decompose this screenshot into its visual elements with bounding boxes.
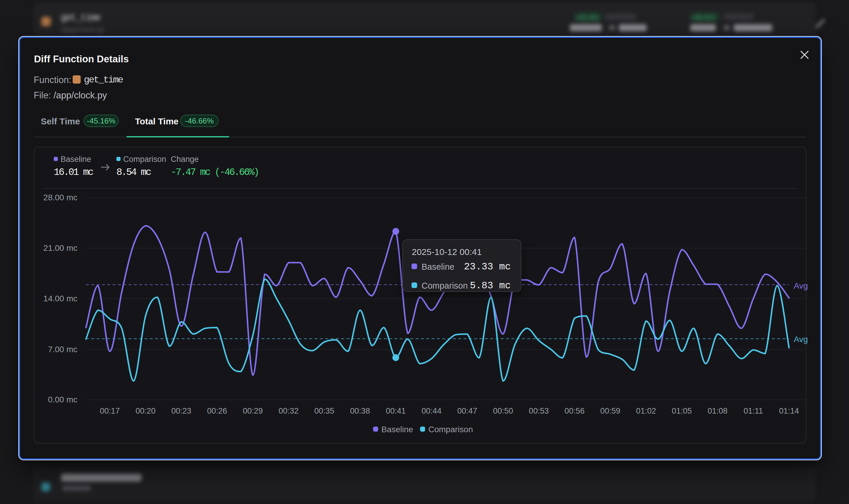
svg-text:00:26: 00:26 xyxy=(207,407,227,415)
svg-text:Avg: Avg xyxy=(794,335,808,344)
svg-text:00:29: 00:29 xyxy=(243,407,263,415)
svg-text:01:08: 01:08 xyxy=(707,407,727,415)
svg-text:00:53: 00:53 xyxy=(529,407,549,415)
svg-text:00:59: 00:59 xyxy=(600,407,620,415)
svg-text:00:32: 00:32 xyxy=(278,407,299,415)
svg-text:01:14: 01:14 xyxy=(779,407,799,415)
svg-text:Avg: Avg xyxy=(794,281,808,290)
svg-text:0.00 mc: 0.00 mc xyxy=(48,395,77,404)
svg-text:14.00 mc: 14.00 mc xyxy=(43,294,77,303)
svg-text:00:44: 00:44 xyxy=(421,407,441,415)
svg-text:7.00 mc: 7.00 mc xyxy=(48,345,77,354)
svg-text:28.00 mc: 28.00 mc xyxy=(43,193,77,202)
svg-text:21.00 mc: 21.00 mc xyxy=(43,244,77,253)
svg-text:00:41: 00:41 xyxy=(386,407,406,415)
svg-text:01:02: 01:02 xyxy=(636,407,656,415)
svg-text:00:35: 00:35 xyxy=(314,407,335,415)
svg-text:00:20: 00:20 xyxy=(136,407,156,415)
svg-text:00:47: 00:47 xyxy=(457,407,477,415)
svg-text:00:38: 00:38 xyxy=(350,407,370,415)
svg-text:00:23: 00:23 xyxy=(171,407,192,415)
svg-text:01:11: 01:11 xyxy=(743,407,763,415)
svg-text:01:05: 01:05 xyxy=(672,407,692,415)
svg-text:00:50: 00:50 xyxy=(493,407,513,415)
svg-text:00:56: 00:56 xyxy=(564,407,584,415)
svg-text:00:17: 00:17 xyxy=(100,407,120,415)
